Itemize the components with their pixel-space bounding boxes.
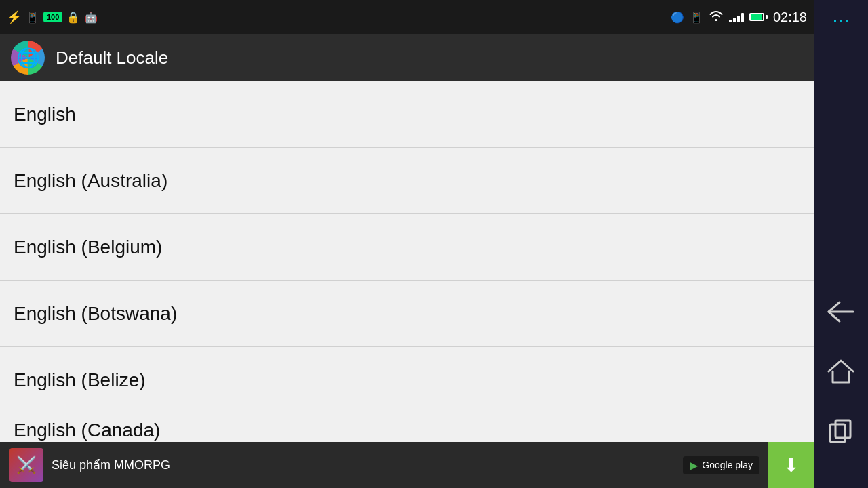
recents-button[interactable] xyxy=(822,415,860,447)
home-button[interactable] xyxy=(822,355,860,388)
ad-image: ⚔️ xyxy=(9,448,43,482)
locale-label: English (Belize) xyxy=(14,369,146,391)
svg-rect-2 xyxy=(835,420,850,438)
locale-label: English (Belgium) xyxy=(14,237,162,258)
google-play-label: Google play xyxy=(702,460,753,470)
nav-buttons xyxy=(822,296,860,447)
list-item[interactable]: English (Australia) xyxy=(0,148,814,214)
globe-icon: 🌐 xyxy=(11,41,45,75)
battery-icon xyxy=(749,13,768,21)
right-sidebar: ⋮ xyxy=(814,0,868,488)
lightning-icon: ⚡ xyxy=(7,9,22,24)
page-title: Default Locale xyxy=(56,47,168,68)
title-bar: 🌐 Default Locale xyxy=(0,34,814,81)
list-item[interactable]: English (Botswana) xyxy=(0,281,814,347)
ad-banner: ⚔️ Siêu phẩm MMORPG ▶ Google play ⬇ xyxy=(0,442,814,488)
status-right-icons: 🔵 📱 xyxy=(671,9,807,25)
status-left-icons: ⚡ 📱 100 🔒 🤖 xyxy=(7,9,98,24)
google-play-icon: ▶ xyxy=(690,459,698,472)
main-area: ⚡ 📱 100 🔒 🤖 🔵 📱 xyxy=(0,0,814,488)
ad-text: Siêu phẩm MMORPG xyxy=(52,458,675,472)
lock-icon: 🔒 xyxy=(66,11,80,24)
list-item[interactable]: English (Belgium) xyxy=(0,214,814,281)
download-icon: ⬇ xyxy=(783,454,799,476)
time-display: 02:18 xyxy=(773,9,807,25)
locale-label: English (Canada) xyxy=(14,420,160,441)
list-item[interactable]: English (Belize) xyxy=(0,347,814,413)
signal-bars-icon xyxy=(729,12,744,22)
locale-label: English (Australia) xyxy=(14,170,167,192)
back-button[interactable] xyxy=(822,296,860,328)
svg-rect-1 xyxy=(830,424,845,442)
wifi-icon xyxy=(709,10,724,24)
list-item[interactable]: English xyxy=(0,81,814,148)
locale-label: English xyxy=(14,104,76,125)
bluetooth-icon: 🔵 xyxy=(671,11,684,24)
download-button[interactable]: ⬇ xyxy=(768,442,814,488)
locale-label: English (Botswana) xyxy=(14,303,177,325)
phone-icon: 📱 xyxy=(690,11,703,24)
status-bar: ⚡ 📱 100 🔒 🤖 🔵 📱 xyxy=(0,0,814,34)
android-icon: 🤖 xyxy=(84,11,98,24)
sim-icon: 📱 xyxy=(26,11,39,24)
locale-list: English English (Australia) English (Bel… xyxy=(0,81,814,442)
battery-percent: 100 xyxy=(43,12,62,22)
menu-dots-button[interactable]: ⋮ xyxy=(831,7,852,37)
list-item-partial[interactable]: English (Canada) xyxy=(0,413,814,442)
google-play-badge[interactable]: ▶ Google play xyxy=(683,456,760,474)
